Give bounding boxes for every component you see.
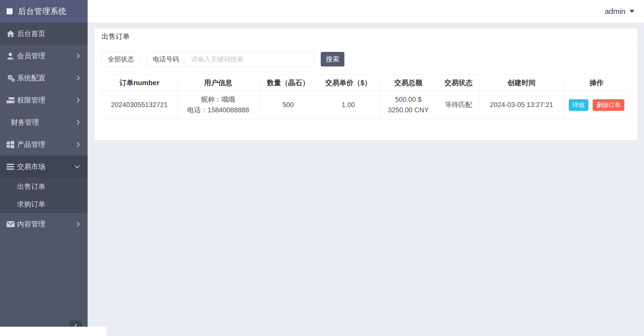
sidebar-item-label: 内容管理 bbox=[17, 219, 77, 229]
table-row: 202403055132721 昵称：哦哦 电话：15840088888 500… bbox=[102, 91, 630, 119]
cell-total: 500.00 $ 3250.00 CNY bbox=[380, 91, 437, 119]
chevron-right-icon bbox=[77, 75, 80, 81]
sidebar-item-label: 后台首页 bbox=[17, 29, 80, 39]
search-field-select[interactable]: 电话号码 bbox=[147, 52, 185, 67]
cell-user-info: 昵称：哦哦 电话：15840088888 bbox=[177, 91, 259, 119]
grid-icon bbox=[7, 141, 17, 148]
status-select-value: 全部状态 bbox=[108, 55, 134, 64]
status-select[interactable]: 全部状态 bbox=[101, 52, 140, 67]
keyword-search-input[interactable] bbox=[185, 52, 314, 67]
cell-created-at: 2024-03-05 13:27:21 bbox=[480, 91, 563, 119]
app-logo-icon bbox=[7, 8, 13, 14]
col-created-at: 创建时间 bbox=[480, 75, 563, 91]
cell-quantity: 500 bbox=[259, 91, 317, 119]
sidebar: 后台管理系统 后台首页 会员管理 bbox=[0, 0, 88, 336]
home-icon bbox=[7, 30, 17, 38]
col-actions: 操作 bbox=[563, 75, 630, 91]
delete-order-button[interactable]: 删除订单 bbox=[593, 99, 624, 111]
envelope-icon bbox=[7, 221, 17, 227]
gears-icon bbox=[7, 74, 17, 82]
filter-bar: 全部状态 电话号码 搜索 bbox=[94, 45, 638, 67]
bars-icon bbox=[7, 164, 17, 170]
sidebar-subitem-label: 出售订单 bbox=[17, 182, 45, 191]
sidebar-item-market[interactable]: 交易市场 bbox=[0, 156, 88, 178]
cell-order-number: 202403055132721 bbox=[102, 91, 177, 119]
cell-actions: 详细 删除订单 bbox=[563, 91, 630, 119]
user-nickname: 昵称：哦哦 bbox=[180, 94, 257, 105]
chevron-right-icon bbox=[77, 97, 80, 103]
orders-panel: 出售订单 全部状态 电话号码 搜索 订单number 用户信 bbox=[94, 28, 638, 140]
topbar: admin bbox=[88, 0, 644, 23]
user-icon bbox=[7, 52, 17, 60]
sidebar-item-products[interactable]: 产品管理 bbox=[0, 133, 88, 156]
sidebar-item-content[interactable]: 内容管理 bbox=[0, 213, 88, 235]
bottom-white-strip bbox=[0, 327, 106, 336]
panel-header: 出售订单 bbox=[94, 28, 638, 45]
app-title: 后台管理系统 bbox=[18, 6, 66, 17]
col-user-info: 用户信息 bbox=[177, 75, 259, 91]
sidebar-item-members[interactable]: 会员管理 bbox=[0, 45, 88, 67]
sidebar-item-label: 财务管理 bbox=[11, 118, 77, 127]
sidebar-item-label: 产品管理 bbox=[17, 140, 77, 149]
cell-unit-price: 1.00 bbox=[317, 91, 380, 119]
sidebar-subitem-label: 求购订单 bbox=[17, 199, 45, 209]
sidebar-item-label: 权限管理 bbox=[17, 95, 77, 105]
main-content: 出售订单 全部状态 电话号码 搜索 订单number 用户信 bbox=[88, 23, 644, 336]
user-phone: 电话：15840088888 bbox=[180, 105, 257, 116]
sidebar-item-label: 会员管理 bbox=[17, 51, 77, 61]
col-status: 交易状态 bbox=[437, 75, 480, 91]
sidebar-subitem-buy-orders[interactable]: 求购订单 bbox=[0, 195, 88, 213]
detail-button[interactable]: 详细 bbox=[569, 99, 588, 111]
sidebar-item-home[interactable]: 后台首页 bbox=[0, 23, 88, 45]
chevron-down-icon bbox=[629, 10, 634, 13]
cell-status: 等待匹配 bbox=[437, 91, 480, 119]
chevron-down-icon bbox=[75, 165, 80, 169]
col-total: 交易总额 bbox=[380, 75, 437, 91]
col-order-number: 订单number bbox=[102, 75, 177, 91]
orders-table-wrap: 订单number 用户信息 数量（晶石） 交易单价（$） 交易总额 交易状态 创… bbox=[94, 67, 638, 119]
col-quantity: 数量（晶石） bbox=[259, 75, 317, 91]
sidebar-item-finance[interactable]: 财务管理 bbox=[0, 111, 88, 133]
sidebar-item-permissions[interactable]: 权限管理 bbox=[0, 89, 88, 111]
chevron-right-icon bbox=[77, 53, 80, 59]
app-logo: 后台管理系统 bbox=[0, 0, 88, 23]
chevron-right-icon bbox=[77, 221, 80, 227]
orders-table: 订单number 用户信息 数量（晶石） 交易单价（$） 交易总额 交易状态 创… bbox=[101, 75, 630, 119]
user-menu[interactable]: admin bbox=[605, 7, 634, 16]
col-unit-price: 交易单价（$） bbox=[317, 75, 380, 91]
chevron-right-icon bbox=[77, 142, 80, 147]
table-header-row: 订单number 用户信息 数量（晶石） 交易单价（$） 交易总额 交易状态 创… bbox=[102, 75, 630, 91]
sidebar-item-label: 系统配置 bbox=[17, 73, 77, 83]
sidebar-item-system-config[interactable]: 系统配置 bbox=[0, 67, 88, 89]
username: admin bbox=[605, 7, 625, 16]
sidebar-item-label: 交易市场 bbox=[17, 162, 75, 172]
search-field-select-value: 电话号码 bbox=[153, 55, 179, 64]
search-button[interactable]: 搜索 bbox=[321, 52, 344, 66]
page-title: 出售订单 bbox=[101, 32, 130, 41]
sidebar-subitem-sell-orders[interactable]: 出售订单 bbox=[0, 178, 88, 195]
server-icon bbox=[7, 97, 17, 104]
total-cny: 3250.00 CNY bbox=[382, 105, 435, 116]
total-usd: 500.00 $ bbox=[382, 94, 435, 105]
market-submenu: 出售订单 求购订单 bbox=[0, 178, 88, 213]
chevron-right-icon bbox=[77, 120, 80, 125]
